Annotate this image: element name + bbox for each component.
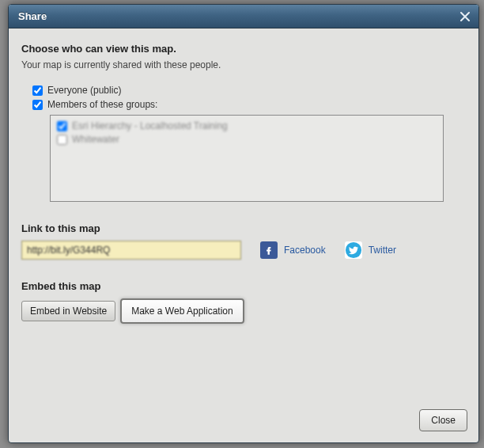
embed-row: Embed in Website Make a Web Application (21, 298, 466, 324)
link-row: Facebook Twitter (21, 241, 466, 260)
embed-in-website-button[interactable]: Embed in Website (21, 301, 115, 321)
shared-subtext: Your map is currently shared with these … (21, 59, 466, 70)
group-label: Esri Hierarchy - Localhosted Training (72, 120, 228, 131)
list-item[interactable]: Whitewater (57, 134, 437, 145)
everyone-checkbox[interactable] (32, 85, 43, 96)
close-icon[interactable] (458, 9, 472, 24)
members-checkbox[interactable] (32, 100, 43, 110)
group-label: Whitewater (72, 134, 119, 145)
group-checkbox[interactable] (57, 135, 67, 145)
groups-listbox[interactable]: Esri Hierarchy - Localhosted Training Wh… (50, 115, 444, 202)
link-section-label: Link to this map (21, 222, 466, 234)
dialog-footer: Close (9, 401, 478, 442)
twitter-icon (345, 241, 362, 259)
link-input[interactable] (21, 241, 241, 260)
choose-heading: Choose who can view this map. (21, 43, 466, 55)
members-label: Members of these groups: (47, 99, 157, 110)
titlebar: Share (9, 5, 478, 28)
facebook-label: Facebook (284, 245, 326, 256)
facebook-link[interactable]: Facebook (260, 241, 326, 259)
make-web-application-button[interactable]: Make a Web Application (120, 298, 244, 324)
members-option[interactable]: Members of these groups: (32, 99, 466, 110)
list-item[interactable]: Esri Hierarchy - Localhosted Training (57, 120, 437, 131)
everyone-label: Everyone (public) (47, 85, 121, 96)
twitter-label: Twitter (369, 245, 396, 256)
close-button[interactable]: Close (419, 409, 467, 431)
twitter-link[interactable]: Twitter (345, 241, 396, 259)
facebook-icon (260, 241, 278, 259)
share-dialog: Share Choose who can view this map. Your… (8, 4, 479, 443)
everyone-option[interactable]: Everyone (public) (32, 85, 466, 96)
embed-section-label: Embed this map (21, 280, 466, 292)
dialog-content: Choose who can view this map. Your map i… (9, 28, 478, 401)
group-checkbox[interactable] (57, 121, 67, 131)
dialog-title: Share (18, 10, 47, 22)
